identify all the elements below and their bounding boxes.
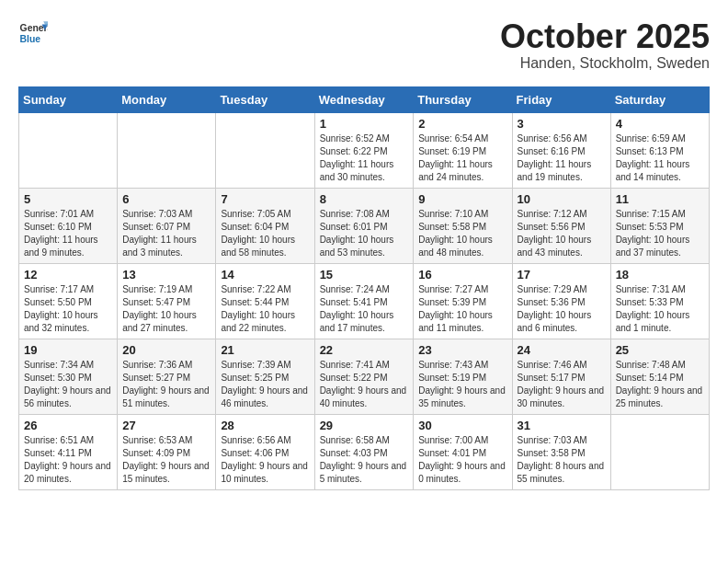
calendar-cell: 20Sunrise: 7:36 AM Sunset: 5:27 PM Dayli… bbox=[118, 339, 216, 414]
day-number: 26 bbox=[24, 419, 112, 432]
day-number: 31 bbox=[518, 419, 606, 432]
day-number: 14 bbox=[221, 268, 309, 282]
day-content: Sunrise: 7:03 AM Sunset: 6:07 PM Dayligh… bbox=[122, 208, 210, 259]
day-content: Sunrise: 7:46 AM Sunset: 5:17 PM Dayligh… bbox=[518, 359, 606, 410]
logo-icon: General Blue bbox=[18, 18, 48, 48]
day-number: 13 bbox=[122, 268, 210, 282]
day-number: 16 bbox=[418, 268, 506, 282]
day-number: 8 bbox=[320, 192, 409, 206]
calendar-cell bbox=[216, 112, 314, 188]
calendar-cell: 19Sunrise: 7:34 AM Sunset: 5:30 PM Dayli… bbox=[19, 339, 118, 414]
day-number: 12 bbox=[24, 268, 112, 282]
calendar-cell: 11Sunrise: 7:15 AM Sunset: 5:53 PM Dayli… bbox=[610, 188, 709, 263]
calendar-cell bbox=[19, 112, 118, 188]
day-content: Sunrise: 7:00 AM Sunset: 4:01 PM Dayligh… bbox=[418, 434, 506, 486]
calendar-cell: 23Sunrise: 7:43 AM Sunset: 5:19 PM Dayli… bbox=[414, 339, 512, 414]
day-number: 19 bbox=[24, 343, 112, 357]
day-content: Sunrise: 6:56 AM Sunset: 6:16 PM Dayligh… bbox=[518, 132, 606, 184]
page-header: General Blue October 2025 Handen, Stockh… bbox=[18, 18, 710, 72]
calendar-cell bbox=[610, 414, 709, 489]
day-content: Sunrise: 7:03 AM Sunset: 3:58 PM Dayligh… bbox=[518, 434, 606, 486]
month-title: October 2025 bbox=[500, 18, 710, 55]
day-number: 3 bbox=[518, 117, 606, 131]
day-content: Sunrise: 6:56 AM Sunset: 4:06 PM Dayligh… bbox=[221, 434, 309, 486]
day-number: 21 bbox=[221, 343, 309, 357]
calendar-cell: 6Sunrise: 7:03 AM Sunset: 6:07 PM Daylig… bbox=[118, 188, 216, 263]
calendar-cell: 4Sunrise: 6:59 AM Sunset: 6:13 PM Daylig… bbox=[610, 112, 709, 188]
day-number: 28 bbox=[221, 419, 309, 432]
day-content: Sunrise: 6:53 AM Sunset: 4:09 PM Dayligh… bbox=[122, 434, 210, 486]
calendar-cell: 13Sunrise: 7:19 AM Sunset: 5:47 PM Dayli… bbox=[118, 263, 216, 339]
week-row-2: 5Sunrise: 7:01 AM Sunset: 6:10 PM Daylig… bbox=[19, 188, 710, 263]
day-content: Sunrise: 7:22 AM Sunset: 5:44 PM Dayligh… bbox=[221, 283, 309, 335]
week-row-5: 26Sunrise: 6:51 AM Sunset: 4:11 PM Dayli… bbox=[19, 414, 710, 489]
calendar-cell: 17Sunrise: 7:29 AM Sunset: 5:36 PM Dayli… bbox=[512, 263, 610, 339]
day-content: Sunrise: 7:43 AM Sunset: 5:19 PM Dayligh… bbox=[418, 359, 506, 410]
calendar-cell: 26Sunrise: 6:51 AM Sunset: 4:11 PM Dayli… bbox=[19, 414, 118, 489]
calendar-cell: 16Sunrise: 7:27 AM Sunset: 5:39 PM Dayli… bbox=[414, 263, 512, 339]
day-number: 10 bbox=[518, 192, 606, 206]
day-number: 17 bbox=[518, 268, 606, 282]
calendar-cell: 1Sunrise: 6:52 AM Sunset: 6:22 PM Daylig… bbox=[314, 112, 414, 188]
calendar-cell: 28Sunrise: 6:56 AM Sunset: 4:06 PM Dayli… bbox=[216, 414, 314, 489]
day-number: 2 bbox=[418, 117, 506, 131]
day-content: Sunrise: 7:41 AM Sunset: 5:22 PM Dayligh… bbox=[320, 359, 409, 410]
day-content: Sunrise: 7:12 AM Sunset: 5:56 PM Dayligh… bbox=[518, 208, 606, 259]
calendar-cell: 24Sunrise: 7:46 AM Sunset: 5:17 PM Dayli… bbox=[512, 339, 610, 414]
day-content: Sunrise: 6:59 AM Sunset: 6:13 PM Dayligh… bbox=[616, 132, 704, 184]
day-content: Sunrise: 6:58 AM Sunset: 4:03 PM Dayligh… bbox=[320, 434, 409, 486]
day-content: Sunrise: 7:31 AM Sunset: 5:33 PM Dayligh… bbox=[616, 283, 704, 335]
calendar-cell bbox=[118, 112, 216, 188]
day-number: 18 bbox=[616, 268, 704, 282]
calendar-cell: 29Sunrise: 6:58 AM Sunset: 4:03 PM Dayli… bbox=[314, 414, 414, 489]
calendar-cell: 3Sunrise: 6:56 AM Sunset: 6:16 PM Daylig… bbox=[512, 112, 610, 188]
calendar-cell: 5Sunrise: 7:01 AM Sunset: 6:10 PM Daylig… bbox=[19, 188, 118, 263]
weekday-header-friday: Friday bbox=[512, 86, 610, 112]
day-number: 24 bbox=[518, 343, 606, 357]
week-row-4: 19Sunrise: 7:34 AM Sunset: 5:30 PM Dayli… bbox=[19, 339, 710, 414]
svg-text:Blue: Blue bbox=[20, 34, 41, 44]
calendar-cell: 31Sunrise: 7:03 AM Sunset: 3:58 PM Dayli… bbox=[512, 414, 610, 489]
weekday-header-sunday: Sunday bbox=[19, 86, 118, 112]
weekday-header-saturday: Saturday bbox=[610, 86, 709, 112]
day-content: Sunrise: 7:01 AM Sunset: 6:10 PM Dayligh… bbox=[24, 208, 112, 259]
weekday-header-row: SundayMondayTuesdayWednesdayThursdayFrid… bbox=[19, 86, 710, 112]
calendar-cell: 27Sunrise: 6:53 AM Sunset: 4:09 PM Dayli… bbox=[118, 414, 216, 489]
day-number: 23 bbox=[418, 343, 506, 357]
day-number: 5 bbox=[24, 192, 112, 206]
calendar-cell: 30Sunrise: 7:00 AM Sunset: 4:01 PM Dayli… bbox=[414, 414, 512, 489]
day-content: Sunrise: 7:19 AM Sunset: 5:47 PM Dayligh… bbox=[122, 283, 210, 335]
day-number: 7 bbox=[221, 192, 309, 206]
day-content: Sunrise: 7:17 AM Sunset: 5:50 PM Dayligh… bbox=[24, 283, 112, 335]
day-number: 4 bbox=[616, 117, 704, 131]
day-content: Sunrise: 6:52 AM Sunset: 6:22 PM Dayligh… bbox=[320, 132, 409, 184]
week-row-3: 12Sunrise: 7:17 AM Sunset: 5:50 PM Dayli… bbox=[19, 263, 710, 339]
day-number: 30 bbox=[418, 419, 506, 432]
calendar-cell: 14Sunrise: 7:22 AM Sunset: 5:44 PM Dayli… bbox=[216, 263, 314, 339]
day-number: 9 bbox=[418, 192, 506, 206]
calendar-cell: 8Sunrise: 7:08 AM Sunset: 6:01 PM Daylig… bbox=[314, 188, 414, 263]
logo: General Blue bbox=[18, 18, 51, 48]
weekday-header-wednesday: Wednesday bbox=[314, 86, 414, 112]
day-content: Sunrise: 7:24 AM Sunset: 5:41 PM Dayligh… bbox=[320, 283, 409, 335]
day-content: Sunrise: 7:36 AM Sunset: 5:27 PM Dayligh… bbox=[122, 359, 210, 410]
day-content: Sunrise: 7:34 AM Sunset: 5:30 PM Dayligh… bbox=[24, 359, 112, 410]
title-block: October 2025 Handen, Stockholm, Sweden bbox=[500, 18, 710, 72]
day-content: Sunrise: 7:48 AM Sunset: 5:14 PM Dayligh… bbox=[616, 359, 704, 410]
calendar-cell: 7Sunrise: 7:05 AM Sunset: 6:04 PM Daylig… bbox=[216, 188, 314, 263]
calendar-cell: 2Sunrise: 6:54 AM Sunset: 6:19 PM Daylig… bbox=[414, 112, 512, 188]
day-number: 22 bbox=[320, 343, 409, 357]
calendar-cell: 22Sunrise: 7:41 AM Sunset: 5:22 PM Dayli… bbox=[314, 339, 414, 414]
day-number: 1 bbox=[320, 117, 409, 131]
calendar-cell: 10Sunrise: 7:12 AM Sunset: 5:56 PM Dayli… bbox=[512, 188, 610, 263]
calendar-cell: 9Sunrise: 7:10 AM Sunset: 5:58 PM Daylig… bbox=[414, 188, 512, 263]
calendar-cell: 21Sunrise: 7:39 AM Sunset: 5:25 PM Dayli… bbox=[216, 339, 314, 414]
day-content: Sunrise: 7:39 AM Sunset: 5:25 PM Dayligh… bbox=[221, 359, 309, 410]
calendar-cell: 25Sunrise: 7:48 AM Sunset: 5:14 PM Dayli… bbox=[610, 339, 709, 414]
weekday-header-thursday: Thursday bbox=[414, 86, 512, 112]
weekday-header-tuesday: Tuesday bbox=[216, 86, 314, 112]
day-number: 29 bbox=[320, 419, 409, 432]
week-row-1: 1Sunrise: 6:52 AM Sunset: 6:22 PM Daylig… bbox=[19, 112, 710, 188]
day-content: Sunrise: 7:15 AM Sunset: 5:53 PM Dayligh… bbox=[616, 208, 704, 259]
day-number: 6 bbox=[122, 192, 210, 206]
